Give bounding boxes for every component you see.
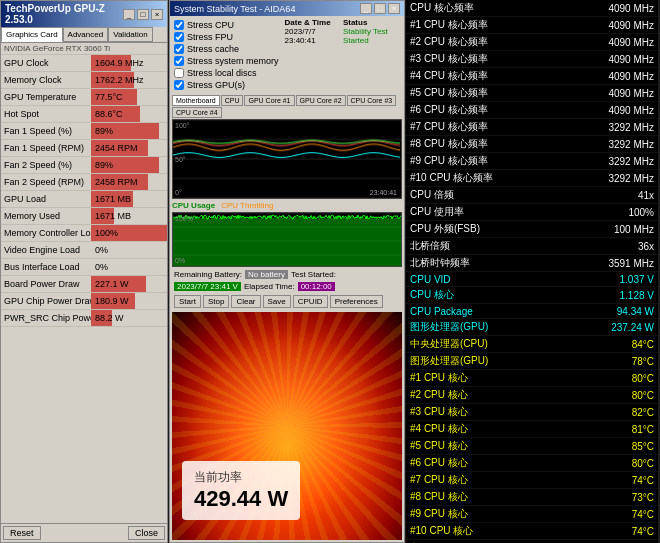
max-stability[interactable]: □ [374,3,386,14]
cpu-metric-row: CPU 核心 1.128 V [406,287,658,304]
gpuz-bottom-buttons: Reset Close [1,523,167,542]
cpu-metric-label: #4 CPU 核心 [410,422,468,436]
window-controls: _ □ × [123,9,163,20]
tab-cpu-core3[interactable]: CPU Core #3 [347,95,397,106]
start-button[interactable]: Start [174,295,201,308]
gpu-metric-label: GPU Load [1,194,91,204]
reset-button[interactable]: Reset [3,526,41,540]
cpu-metric-value: 1.037 V [620,274,654,285]
tab-cpu[interactable]: CPU [221,95,244,106]
cpu-metric-value: 80°C [632,390,654,401]
cpu-metric-value: 4090 MHz [608,20,654,31]
close-stability[interactable]: × [388,3,400,14]
save-button[interactable]: Save [263,295,291,308]
cpu-metric-row: #3 CPU 核心 82°C [406,404,658,421]
cpu-metric-label: #4 CPU 核心频率 [410,69,488,83]
tab-gpu-core2[interactable]: GPU Core #2 [296,95,346,106]
tab-graphics-card[interactable]: Graphics Card [1,27,63,42]
cpuid-button[interactable]: CPUID [293,295,328,308]
maximize-button[interactable]: □ [137,9,149,20]
tab-validation[interactable]: Validation [108,27,153,42]
gpu-metric-row: Memory Used 1671 MB [1,208,167,225]
cpu-metric-value: 84°C [632,339,654,350]
cpu-metric-value: 3292 MHz [608,156,654,167]
cpu-metric-row: #1 CPU 核心频率 4090 MHz [406,17,658,34]
stress-label: Stress CPU [187,20,234,30]
cpu-metric-row: CPU 核心频率 4090 MHz [406,0,658,17]
stress-label: Stress GPU(s) [187,80,245,90]
cpu-metric-value: 81°C [632,424,654,435]
cpu-metric-row: #4 CPU 核心频率 4090 MHz [406,68,658,85]
cpu-metric-row: #8 CPU 核心 73°C [406,489,658,506]
cpu-metric-value: 94.34 W [617,306,654,317]
min-stability[interactable]: _ [360,3,372,14]
stress-checkbox[interactable] [174,20,184,30]
clear-button[interactable]: Clear [231,295,260,308]
tab-cpu-core4[interactable]: CPU Core #4 [172,107,222,118]
cpu-metric-row: 中央处理器(CPU) 84°C [406,336,658,353]
gpu-metric-row: Memory Clock 1762.2 MHz [1,72,167,89]
cpu-metric-label: CPU Package [410,306,473,317]
stress-label: Stress FPU [187,32,233,42]
cpu-metric-value: 237.24 W [611,322,654,333]
gpu-metric-value: 2458 RPM [91,174,167,190]
cpu-metric-value: 4090 MHz [608,105,654,116]
close-gpuz-button[interactable]: Close [128,526,165,540]
tab-advanced[interactable]: Advanced [63,27,109,42]
gpu-metric-value: 2454 RPM [91,140,167,156]
gpu-metric-value: 0% [91,242,167,258]
stress-checkbox[interactable] [174,56,184,66]
cpu-metric-label: #5 CPU 核心 [410,439,468,453]
cpu-metric-value: 41x [638,190,654,201]
stress-checkbox[interactable] [174,68,184,78]
minimize-button[interactable]: _ [123,9,135,20]
stress-option: Stress CPU [174,20,279,30]
stability-test-panel: System Stability Test - AIDA64 _ □ × Str… [169,0,405,543]
cpu-metric-label: #8 CPU 核心频率 [410,137,488,151]
gpu-metric-value: 227.1 W [91,276,167,292]
cpu-metric-value: 74°C [632,509,654,520]
fire-image-area: 当前功率 429.44 W [172,312,402,540]
cpu-metric-row: #8 CPU 核心频率 3292 MHz [406,136,658,153]
cpu-metric-label: CPU 使用率 [410,205,464,219]
stress-option: Stress cache [174,44,279,54]
cpu-metric-row: CPU Package 94.34 W [406,304,658,319]
tab-motherboard[interactable]: Motherboard [172,95,220,106]
cpu-metric-value: 74°C [632,526,654,537]
gpuz-title: TechPowerUp GPU-Z 2.53.0 [5,3,123,25]
tab-gpu-core1[interactable]: GPU Core #1 [244,95,294,106]
stress-option: Stress FPU [174,32,279,42]
stress-option: Stress GPU(s) [174,80,279,90]
stop-button[interactable]: Stop [203,295,229,308]
cpu-metric-value: 80°C [632,458,654,469]
stress-checkbox[interactable] [174,44,184,54]
gpu-metric-label: Memory Clock [1,75,91,85]
test-info-row: Remaining Battery: No battery Test Start… [170,268,404,293]
gpu-metric-value: 0% [91,259,167,275]
cpu-metric-value: 4090 MHz [608,3,654,14]
close-button[interactable]: × [151,9,163,20]
cpu-metric-row: #5 CPU 核心频率 4090 MHz [406,85,658,102]
cpu-metric-label: CPU 核心 [410,288,454,302]
preferences-button[interactable]: Preferences [330,295,383,308]
gpu-metric-label: Memory Used [1,211,91,221]
gpu-metric-row: Fan 1 Speed (%) 89% [1,123,167,140]
cpu-metric-label: #3 CPU 核心 [410,405,468,419]
cpu-metric-label: CPU VID [410,274,451,285]
cpu-metric-row: #6 CPU 核心 80°C [406,455,658,472]
status-label-area: Status Stability Test Started [343,18,402,45]
cpu-metric-row: CPU 使用率 100% [406,204,658,221]
cpu-metric-value: 74°C [632,475,654,486]
gpu-metric-value: 100% [91,225,167,241]
cpu-usage-chart: 100% 0% [172,212,402,267]
cpu-metric-label: #5 CPU 核心频率 [410,86,488,100]
gpu-metrics-list: GPU Clock 1604.9 MHz Memory Clock 1762.2… [1,55,167,523]
gpu-metric-label: GPU Clock [1,58,91,68]
cpu-metric-label: CPU 倍频 [410,188,454,202]
gpu-metric-row: Hot Spot 88.6°C [1,106,167,123]
status-area: Date & Time 2023/7/7 23:40:41 Status Sta… [285,18,402,94]
stress-checkbox[interactable] [174,32,184,42]
stress-checkbox[interactable] [174,80,184,90]
cpu-metric-value: 80°C [632,373,654,384]
cpu-metric-label: #3 CPU 核心频率 [410,52,488,66]
